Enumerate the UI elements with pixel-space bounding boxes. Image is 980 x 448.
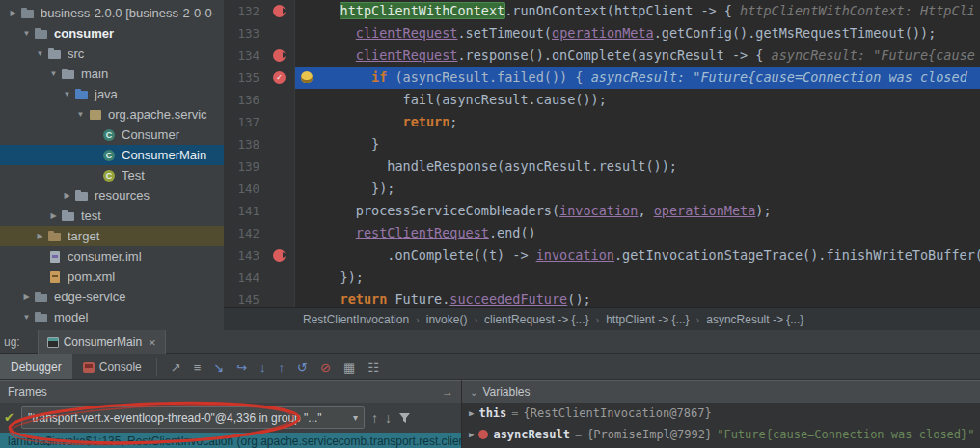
tree-item-consumer[interactable]: ▼consumer: [0, 23, 224, 43]
gutter[interactable]: [264, 178, 295, 200]
close-icon[interactable]: ×: [149, 335, 156, 350]
breadcrumb-item[interactable]: invoke(): [422, 313, 472, 326]
chevron-right-icon[interactable]: ▶: [6, 9, 20, 17]
code-segment: });: [309, 269, 364, 285]
code-line-133[interactable]: 133 clientRequest.setTimeout(operationMe…: [224, 22, 980, 44]
frame-up-button[interactable]: ↑: [371, 410, 378, 426]
breadcrumb-item[interactable]: clientRequest -> {...}: [480, 313, 592, 326]
code-line-137[interactable]: 137 return;: [224, 111, 980, 133]
mute-breakpoints-icon[interactable]: ⊘: [320, 361, 331, 374]
code-editor[interactable]: 132 httpClientWithContext.runOnContext(h…: [224, 0, 980, 307]
tree-item-consumermain[interactable]: ConsumerMain: [0, 145, 224, 165]
variable-row-this[interactable]: ▶this = {RestClientInvocation@7867}: [462, 403, 980, 424]
tree-item-model[interactable]: ▼model: [0, 307, 224, 327]
tab-console[interactable]: Console: [72, 354, 152, 379]
gutter[interactable]: [264, 155, 295, 178]
tree-item-resources[interactable]: ▶resources: [0, 185, 224, 206]
chevron-down-icon[interactable]: ▼: [19, 313, 34, 322]
code-text: });: [295, 266, 980, 289]
chevron-right-icon[interactable]: ▶: [60, 191, 74, 200]
code-line-141[interactable]: 141 processServiceCombHeaders(invocation…: [224, 200, 980, 222]
code-text: if (asyncResult.failed()) { asyncResult:…: [295, 67, 980, 89]
gutter[interactable]: [264, 0, 295, 22]
gutter[interactable]: [264, 222, 295, 244]
jump-to-output-icon[interactable]: ↗: [171, 361, 181, 374]
code-line-135[interactable]: 135✓ if (asyncResult.failed()) { asyncRe…: [224, 67, 980, 89]
gutter[interactable]: [264, 289, 295, 307]
intention-bulb-icon[interactable]: [301, 71, 313, 83]
chevron-down-icon[interactable]: ▼: [73, 110, 88, 119]
chevron-right-icon[interactable]: ▶: [19, 293, 34, 301]
drop-frame-icon[interactable]: ↺: [297, 361, 308, 374]
tree-item-main[interactable]: ▼main: [0, 64, 224, 84]
chevron-down-icon[interactable]: ▼: [33, 49, 47, 58]
gutter[interactable]: ✓: [264, 67, 295, 89]
expand-arrow-icon[interactable]: ▶: [469, 408, 474, 418]
code-line-134[interactable]: 134 clientRequest.response().onComplete(…: [224, 44, 980, 67]
breadcrumb-item[interactable]: RestClientInvocation: [299, 313, 413, 326]
chevron-down-icon[interactable]: ▼: [46, 70, 61, 78]
tree-item-org-apache-servic[interactable]: ▼org.apache.servic: [0, 104, 224, 125]
code-line-140[interactable]: 140 });: [224, 178, 980, 200]
tree-item-consumer[interactable]: Consumer: [0, 125, 224, 145]
tree-item-pom-xml[interactable]: pom.xml: [0, 266, 224, 287]
step-out-icon[interactable]: ↑: [279, 361, 286, 374]
gutter[interactable]: [264, 111, 295, 133]
expand-arrow-icon[interactable]: ▶: [469, 430, 474, 439]
step-into-icon[interactable]: ↓: [259, 361, 266, 374]
settings-icon[interactable]: ☷: [368, 361, 379, 374]
code-line-144[interactable]: 144 });: [224, 266, 980, 289]
line-number: 141: [224, 200, 264, 222]
gutter[interactable]: [264, 89, 295, 111]
chevron-down-icon[interactable]: ▼: [19, 29, 34, 38]
gutter[interactable]: [264, 266, 295, 289]
code-line-138[interactable]: 138 }: [224, 133, 980, 155]
tree-item-label: consumer.iml: [68, 249, 142, 264]
tab-debugger[interactable]: Debugger: [0, 354, 72, 379]
stack-frame-row[interactable]: lambda$invoke$1:135, RestClientInvocatio…: [0, 433, 461, 448]
code-line-139[interactable]: 139 handleResponse(asyncResult.result())…: [224, 155, 980, 178]
breadcrumb-item[interactable]: httpClient -> {...}: [602, 313, 693, 326]
tree-item-edge-service[interactable]: ▶edge-service: [0, 287, 224, 307]
breakpoint-icon[interactable]: [273, 5, 286, 17]
tab-consumermain[interactable]: ConsumerMain ×: [38, 330, 166, 354]
breakpoint-icon[interactable]: [273, 49, 286, 62]
code-segment: ;: [449, 114, 457, 129]
gutter[interactable]: [264, 244, 295, 266]
tree-item-src[interactable]: ▼src: [0, 43, 224, 64]
tree-item-java[interactable]: ▼java: [0, 84, 224, 104]
show-execution-point-icon[interactable]: ↘: [213, 361, 224, 374]
code-line-132[interactable]: 132 httpClientWithContext.runOnContext(h…: [224, 0, 980, 22]
line-number: 137: [224, 111, 264, 133]
breadcrumb-item[interactable]: asyncResult -> {...}: [702, 313, 807, 326]
chevron-right-icon[interactable]: ▶: [46, 211, 61, 220]
frame-down-button[interactable]: ↓: [385, 410, 392, 426]
tree-item-test[interactable]: ▶test: [0, 206, 224, 226]
gutter[interactable]: [264, 133, 295, 155]
code-segment: .getInvocationStageTrace().finishWriteTo…: [614, 247, 980, 263]
step-over-icon[interactable]: ↪: [236, 361, 247, 374]
code-line-145[interactable]: 145 return Future.succeededFuture();: [224, 289, 980, 307]
restore-layout-icon[interactable]: ▦: [343, 361, 355, 374]
chevron-right-icon[interactable]: ▶: [33, 232, 47, 240]
variable-row-asyncresult[interactable]: ▶asyncResult = {PromiseImpl@7992} "Futur…: [462, 424, 980, 445]
tree-item-business-2-0-0-business-2-0-0[interactable]: ▶business-2.0.0 [business-2-0-0-: [0, 3, 224, 23]
code-line-143[interactable]: 143 .onComplete((t) -> invocation.getInv…: [224, 244, 980, 266]
verified-breakpoint-icon[interactable]: ✓: [273, 71, 286, 84]
tree-item-target[interactable]: ▶target: [0, 226, 224, 246]
gutter[interactable]: [264, 22, 295, 44]
code-text: httpClientWithContext.runOnContext(httpC…: [295, 0, 980, 22]
thread-selector-dropdown[interactable]: "transport-vert.x-eventloop-thread-0"@4,…: [21, 406, 365, 429]
gutter[interactable]: [264, 200, 295, 222]
code-line-136[interactable]: 136 fail(asyncResult.cause());: [224, 89, 980, 111]
code-segment: invocation: [536, 247, 614, 263]
chevron-down-icon[interactable]: ▼: [60, 90, 74, 98]
hide-panel-icon[interactable]: →: [442, 385, 453, 399]
view-options-icon[interactable]: ≡: [194, 361, 202, 374]
breakpoint-icon[interactable]: [273, 249, 286, 262]
filter-icon[interactable]: [398, 412, 411, 424]
gutter[interactable]: [264, 44, 295, 67]
tree-item-consumer-iml[interactable]: consumer.iml: [0, 246, 224, 266]
code-line-142[interactable]: 142 restClientRequest.end(): [224, 222, 980, 244]
tree-item-test[interactable]: Test: [0, 165, 224, 185]
